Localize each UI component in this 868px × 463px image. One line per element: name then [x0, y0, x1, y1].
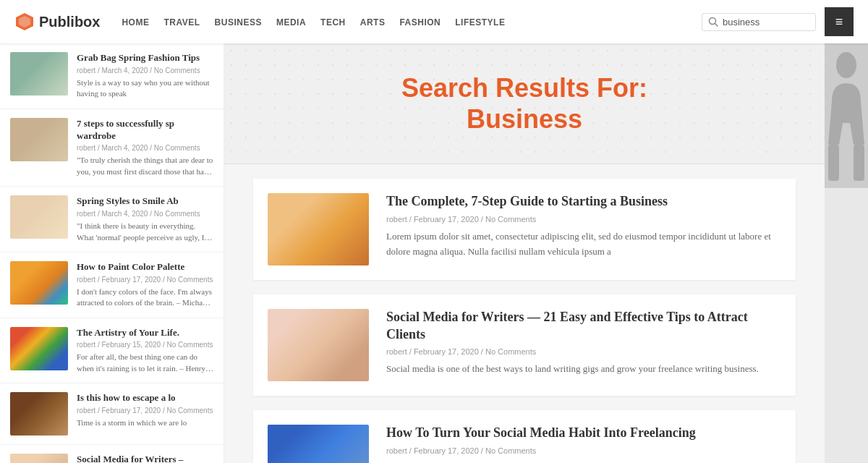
sidebar-excerpt: For after all, the best thing one can do…: [77, 352, 213, 374]
search-label: Search Results For:: [401, 73, 647, 103]
sidebar-item[interactable]: 7 steps to successfully sp wardrobe robe…: [0, 109, 224, 187]
article-thumb: [268, 193, 369, 266]
sidebar-title: Spring Styles to Smile Ab: [77, 195, 213, 208]
nav-menu: HOMETRAVELBUSINESSMEDIATECHARTSFASHIONLI…: [122, 15, 702, 28]
search-input[interactable]: [723, 17, 809, 27]
sidebar-excerpt: I don't fancy colors of the face. I'm al…: [77, 286, 213, 309]
article-body: How To Turn Your Social Media Habit Into…: [386, 425, 781, 463]
article-thumb: [268, 309, 369, 381]
sidebar-excerpt: "To truly cherish the things that are de…: [77, 155, 213, 177]
sidebar-thumb: [10, 454, 68, 463]
logo-icon: [14, 12, 35, 32]
sidebar-info: Spring Styles to Smile Ab robert / March…: [77, 195, 213, 243]
logo-link[interactable]: Publibox: [14, 12, 100, 32]
svg-line-3: [715, 24, 718, 27]
sidebar-thumb: [10, 52, 68, 95]
nav-link-arts[interactable]: ARTS: [360, 17, 386, 27]
sidebar-excerpt: "I think there is beauty in everything. …: [77, 221, 213, 243]
search-icon: [708, 17, 718, 27]
sidebar-thumb: [10, 392, 68, 436]
nav-link-business[interactable]: BUSINESS: [215, 17, 262, 27]
sidebar-item[interactable]: Is this how to escape a lo robert / Febr…: [0, 383, 224, 445]
sidebar-meta: robert / February 17, 2020 / No Comments: [77, 407, 213, 415]
silhouette-svg: [825, 43, 868, 188]
search-header: Search Results For: Business: [224, 43, 825, 164]
sidebar-item[interactable]: Grab Bag Spring Fashion Tips robert / Ma…: [0, 43, 224, 109]
sidebar-excerpt: Time is a storm in which we are lo: [77, 417, 213, 428]
search-bar[interactable]: [702, 13, 816, 31]
sidebar-thumb: [10, 195, 68, 239]
nav-link-media[interactable]: MEDIA: [276, 17, 306, 27]
svg-rect-6: [854, 145, 864, 181]
sidebar: Grab Bag Spring Fashion Tips robert / Ma…: [0, 43, 224, 463]
sidebar-title: Social Media for Writers – Effective Tip…: [77, 454, 213, 463]
article-body: The Complete, 7-Step Guide to Starting a…: [386, 193, 781, 266]
menu-button[interactable]: ≡: [825, 7, 854, 36]
nav-link-home[interactable]: HOME: [122, 17, 149, 27]
article-excerpt: Lorem ipsum dolor sit amet, consectetur …: [386, 229, 781, 260]
sidebar-info: How to Paint Color Palette robert / Febr…: [77, 261, 213, 309]
article-card[interactable]: The Complete, 7-Step Guide to Starting a…: [253, 179, 796, 280]
sidebar-info: Grab Bag Spring Fashion Tips robert / Ma…: [77, 52, 213, 100]
sidebar-info: Is this how to escape a lo robert / Febr…: [77, 392, 213, 436]
sidebar-item[interactable]: Social Media for Writers – Effective Tip…: [0, 445, 224, 463]
sidebar-title: The Artistry of Your Life.: [77, 327, 213, 339]
nav-link-travel[interactable]: TRAVEL: [163, 17, 200, 27]
sidebar-info: The Artistry of Your Life. robert / Febr…: [77, 327, 213, 375]
figure-silhouette: [825, 43, 868, 188]
sidebar-excerpt: Style is a way to say who you are withou…: [77, 77, 213, 100]
sidebar-title: Grab Bag Spring Fashion Tips: [77, 52, 213, 64]
article-title: Social Media for Writers — 21 Easy and E…: [386, 309, 781, 343]
sidebar-meta: robert / February 15, 2020 / No Comments: [77, 341, 213, 349]
nav-link-fashion[interactable]: FASHION: [399, 17, 441, 27]
sidebar-item[interactable]: The Artistry of Your Life. robert / Febr…: [0, 318, 224, 384]
sidebar-thumb: [10, 118, 68, 161]
sidebar-title: 7 steps to successfully sp wardrobe: [77, 118, 213, 143]
svg-rect-5: [828, 145, 839, 181]
svg-point-4: [836, 52, 856, 78]
sidebar-meta: robert / March 4, 2020 / No Comments: [77, 67, 213, 75]
search-results-title: Search Results For: Business: [268, 72, 781, 135]
nav-link-lifestyle[interactable]: LIFESTYLE: [455, 17, 505, 27]
sidebar-thumb: [10, 261, 68, 305]
article-body: Social Media for Writers — 21 Easy and E…: [386, 309, 781, 381]
search-query: Business: [467, 104, 582, 134]
sidebar-meta: robert / March 4, 2020 / No Comments: [77, 210, 213, 218]
sidebar-item[interactable]: Spring Styles to Smile Ab robert / March…: [0, 187, 224, 252]
article-thumb: [268, 425, 369, 463]
sidebar-thumb: [10, 327, 68, 370]
navbar: Publibox HOMETRAVELBUSINESSMEDIATECHARTS…: [0, 0, 868, 43]
nav-link-tech[interactable]: TECH: [320, 17, 346, 27]
sidebar-title: Is this how to escape a lo: [77, 392, 213, 404]
article-meta: robert / February 17, 2020 / No Comments: [386, 215, 781, 224]
logo-text: Publibox: [39, 14, 100, 30]
sidebar-info: Social Media for Writers – Effective Tip…: [77, 454, 213, 463]
sidebar-title: How to Paint Color Palette: [77, 261, 213, 273]
article-meta: robert / February 17, 2020 / No Comments: [386, 347, 781, 356]
article-card[interactable]: How To Turn Your Social Media Habit Into…: [253, 410, 796, 463]
sidebar-meta: robert / March 4, 2020 / No Comments: [77, 144, 213, 152]
sidebar-meta: robert / February 17, 2020 / No Comments: [77, 276, 213, 284]
article-excerpt: Social media is one of the best ways to …: [386, 362, 781, 377]
article-title: The Complete, 7-Step Guide to Starting a…: [386, 193, 781, 210]
article-meta: robert / February 17, 2020 / No Comments: [386, 446, 781, 455]
article-title: How To Turn Your Social Media Habit Into…: [386, 425, 781, 441]
main-layout: Grab Bag Spring Fashion Tips robert / Ma…: [0, 43, 868, 463]
article-card[interactable]: Social Media for Writers — 21 Easy and E…: [253, 294, 796, 396]
sidebar-info: 7 steps to successfully sp wardrobe robe…: [77, 118, 213, 178]
hamburger-icon: ≡: [835, 14, 843, 30]
content-area: Search Results For: Business The Complet…: [224, 43, 825, 463]
right-sidebar: [825, 43, 868, 463]
articles-container: The Complete, 7-Step Guide to Starting a…: [224, 164, 825, 463]
sidebar-item[interactable]: How to Paint Color Palette robert / Febr…: [0, 252, 224, 318]
